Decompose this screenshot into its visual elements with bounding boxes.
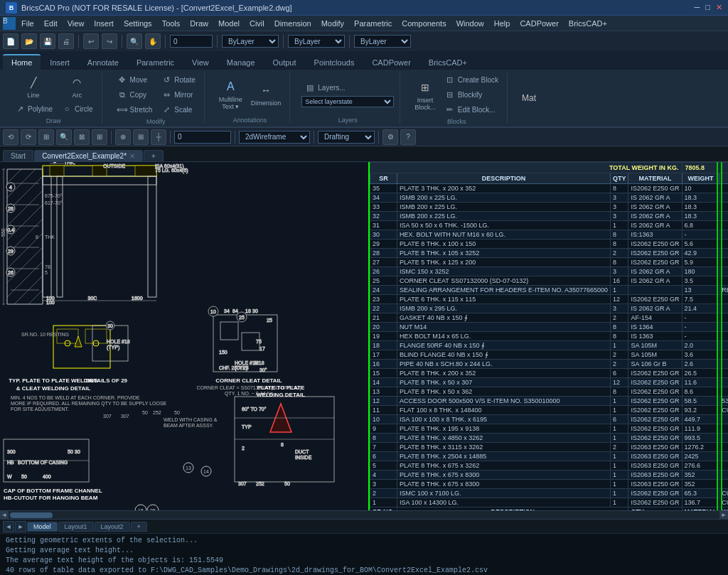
menu-parametric[interactable]: Parametric [350,18,396,29]
menu-window[interactable]: Window [452,18,488,29]
zoom-btn[interactable]: 🔍 [127,33,142,49]
scale-btn[interactable]: ⤢ Scale [158,102,198,117]
layout-tab-new[interactable]: + [131,522,147,532]
tb2-btn4[interactable]: 🔍 [56,129,72,145]
menu-view[interactable]: View [63,18,89,29]
table-cell: IS 2062 GR A [628,276,682,286]
linetype-dropdown[interactable]: ByLayer [288,35,345,48]
close-btn[interactable]: ✕ [716,3,722,12]
tab-output[interactable]: Output [264,55,305,70]
redo-btn[interactable]: ↪ [102,33,117,49]
tab-home[interactable]: Home [3,54,41,70]
layout-nav-left[interactable]: ◄ [3,521,14,532]
tb2-ortho-btn[interactable]: ┼ [151,129,166,145]
circle-btn[interactable]: ○ Circle [58,102,96,116]
print-btn[interactable]: 🖨 [58,33,74,49]
tb2-btn1[interactable]: ⟲ [3,129,18,145]
scroll-track[interactable] [10,512,718,518]
insert-block-btn[interactable]: ⊞ InsertBlock... [412,77,439,112]
tb2-btn2[interactable]: ⟳ [21,129,36,145]
polyline-btn[interactable]: ↗ Polyline [11,102,55,116]
table-cell: IS 2062 GR A [628,267,682,276]
new-btn[interactable]: 📄 [3,33,18,49]
tab-pointclouds[interactable]: Pointclouds [306,55,363,70]
tab-new[interactable]: + [144,150,164,161]
tab-start[interactable]: Start [3,150,33,161]
dimension-btn[interactable]: ↔ Dimension [248,80,284,108]
tb2-settings-btn[interactable]: ⚙ [382,129,398,145]
tab-parametric[interactable]: Parametric [128,55,183,70]
tb2-snap-btn[interactable]: ⊕ [115,129,131,145]
create-block-btn[interactable]: ⊡ Create Block [441,72,501,87]
menu-modify[interactable]: Modify [317,18,348,29]
menu-settings[interactable]: Settings [119,18,156,29]
table-cell: ISMC 150 x 3252 [397,267,611,276]
tab-bricspad-plus[interactable]: BricsCAD+ [420,55,476,70]
h-scroll: ◄ ► [0,510,728,519]
tb2-help-btn[interactable]: ? [400,129,416,145]
menu-civil[interactable]: Civil [245,18,269,29]
layerstate-select[interactable]: Select layerstate [301,96,394,107]
menu-components[interactable]: Components [397,18,450,29]
layout-tab-model[interactable]: Model [27,522,58,532]
tab-insert[interactable]: Insert [41,55,78,70]
open-btn[interactable]: 📂 [21,33,37,49]
viewport-dropdown[interactable]: 2dWireframe [239,131,310,144]
layer-dropdown[interactable]: ByLayer [222,35,279,48]
copy-btn[interactable]: ⧉ Copy [114,87,156,102]
drawing-svg: 550 2 THK. OUTSIDE IS [0,162,368,510]
rotate-btn[interactable]: ↺ Rotate [158,72,198,87]
menu-insert[interactable]: Insert [90,18,118,29]
mirror-btn[interactable]: ⇔ Mirror [158,87,198,102]
line-btn[interactable]: ╱ Line [11,72,55,100]
coord-input[interactable] [170,35,213,48]
blockify-btn[interactable]: ⊟ Blockify [441,87,501,102]
menu-tools[interactable]: Tools [158,18,185,29]
tb2-grid-btn[interactable]: ⊞ [133,129,149,145]
scroll-left-btn[interactable]: ◄ [0,511,9,520]
menu-cadpower[interactable]: CADPower [515,18,562,29]
arc-btn[interactable]: ◠ Arc [58,72,96,100]
edit-block-btn[interactable]: ✏ Edit Block... [441,102,501,117]
menu-edit[interactable]: Edit [40,18,62,29]
stretch-btn[interactable]: ⟺ Stretch [114,102,156,117]
menu-file[interactable]: File [17,18,38,29]
command-input[interactable] [174,131,231,144]
move-btn[interactable]: ✥ Move [114,72,156,87]
tb2-btn6[interactable]: ⊞ [92,129,107,145]
pan-btn[interactable]: ✋ [145,33,161,49]
mtext-btn[interactable]: A MultilineText ▾ [216,77,245,112]
tab-drawing[interactable]: Convert2Excel_Example2* ✕ [34,150,143,161]
svg-text:W: W [7,474,12,479]
lineweight-dropdown[interactable]: ByLayer [354,35,411,48]
maximize-btn[interactable]: □ [705,3,710,12]
scroll-thumb[interactable] [10,512,53,518]
menu-dimension[interactable]: Dimension [270,18,316,29]
svg-text:M18: M18 [255,360,264,365]
layout-nav-right[interactable]: ► [15,521,26,532]
tab-manage[interactable]: Manage [218,55,264,70]
layout-tab-layout1[interactable]: Layout1 [58,522,94,532]
minimize-btn[interactable]: ─ [695,3,700,12]
menu-model[interactable]: Model [214,18,244,29]
save-btn[interactable]: 💾 [40,33,55,49]
scroll-right-btn[interactable]: ► [719,511,728,520]
mat-btn[interactable]: Mat [516,88,542,108]
table-cell: 32 [370,212,397,221]
tab-annotate[interactable]: Annotate [79,55,127,70]
layers-btn[interactable]: ▤ Layers... [301,80,394,95]
table-row: 6PLATE 8 THK. x 2504 x 148851IS2063 E250… [370,452,729,461]
undo-btn[interactable]: ↩ [83,33,99,49]
tab-drawing-close[interactable]: ✕ [129,152,135,160]
tab-view[interactable]: View [183,55,218,70]
tb2-btn5[interactable]: ⊠ [74,129,90,145]
drafting-dropdown[interactable]: Drafting [318,131,375,144]
menu-draw[interactable]: Draw [186,18,213,29]
menu-bricspad-plus[interactable]: BricsCAD+ [564,18,611,29]
footer-desc: DESCRIPTION [397,507,628,511]
mtext-label: MultilineText ▾ [219,96,242,110]
menu-help[interactable]: Help [490,18,515,29]
layout-tab-layout2[interactable]: Layout2 [95,522,130,532]
tab-cadpower[interactable]: CADPower [363,55,419,70]
tb2-btn3[interactable]: ⊞ [38,129,54,145]
